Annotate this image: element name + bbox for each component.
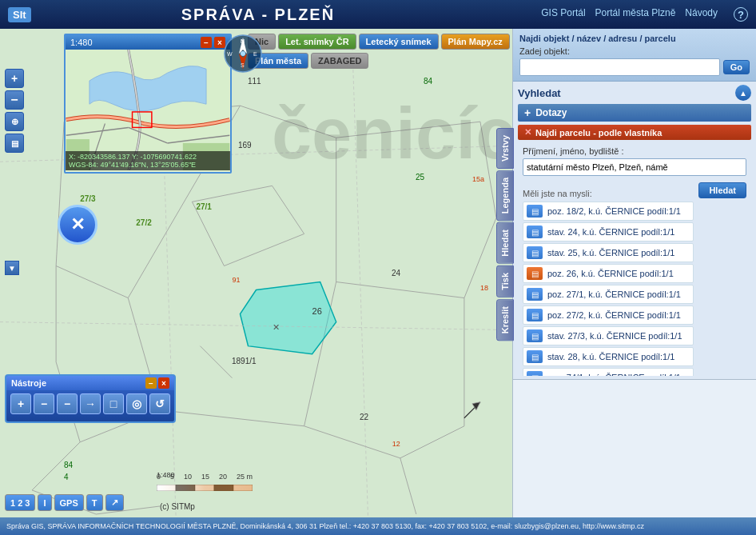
app-title: SPRÁVA - PLZEŇ	[0, 6, 541, 24]
bottom-btn-t[interactable]: T	[86, 494, 103, 511]
bottom-btn-arrow[interactable]: ↗	[105, 494, 124, 511]
zoom-in-btn[interactable]: +	[5, 69, 24, 88]
svg-line-7	[480, 122, 496, 218]
tab-legenda[interactable]: Legenda	[496, 170, 514, 221]
map-num-25: 25	[416, 173, 424, 182]
svg-text:15a: 15a	[472, 175, 484, 183]
result-item-0[interactable]: ▤poz. 18/2, k.ú. ČERNICE podíl:1/1	[523, 202, 694, 221]
result-item-1[interactable]: ▤stav. 24, k.ú. ČERNICE podíl:1/1	[523, 222, 694, 242]
owner-input[interactable]	[523, 158, 746, 176]
zoom-out-btn[interactable]: −	[5, 90, 24, 110]
tools-close[interactable]: ×	[158, 377, 169, 389]
search-panel-title: Najdi objekt / název / adresu / parcelu	[519, 34, 750, 43]
map-area[interactable]: 91 18 12 9 15a 27/3 27/2 27/1 26 ✕ čenic…	[0, 29, 512, 535]
go-button[interactable]: Go	[723, 60, 750, 74]
svg-line-9	[336, 282, 464, 298]
tab-hledat[interactable]: Hledat	[496, 222, 514, 264]
svg-text:27/1: 27/1	[196, 202, 212, 211]
svg-text:27/3: 27/3	[80, 194, 96, 203]
tool-add[interactable]: +	[10, 393, 31, 414]
tools-minimize[interactable]: −	[145, 377, 157, 389]
nav-portal-mesta[interactable]: Portál města Plzně	[595, 7, 676, 22]
search-area: Najdi objekt / název / adresu / parcelu …	[513, 29, 756, 82]
map-num-111: 111	[248, 77, 261, 86]
svg-text:✕: ✕	[273, 322, 280, 332]
tools-close-btns: − ×	[145, 377, 169, 389]
vyhledat-section: Vyhledat ▲ + Dotazy ✕ Najdi parcelu - po…	[513, 82, 756, 380]
scale-20: 20	[219, 473, 227, 481]
result-item-3[interactable]: ▤poz. 26, k.ú. ČERNICE podíl:1/1	[523, 264, 694, 283]
svg-text:N: N	[241, 38, 245, 44]
tools-title: Nástroje	[11, 378, 46, 388]
svg-line-17	[304, 426, 400, 458]
header: SIt SPRÁVA - PLZEŇ GIS Portál Portál měs…	[0, 0, 756, 29]
map-num-22: 22	[360, 413, 368, 421]
result-item-5[interactable]: ▤poz. 27/2, k.ú. ČERNICE podíl:1/1	[523, 305, 694, 325]
result-item-7[interactable]: ▤stav. 28, k.ú. ČERNICE podíl:1/1	[523, 347, 694, 366]
result-item-4[interactable]: ▤poz. 27/1, k.ú. ČERNICE podíl:1/1	[523, 285, 694, 304]
btn-letecke-snimky[interactable]: Let. snímky ČR	[278, 34, 356, 50]
map-toolbar-row1: Nic Let. snímky ČR Letecký snímek Plán M…	[248, 34, 510, 50]
bottom-toolbar: 1 2 3 I GPS T ↗	[5, 494, 124, 511]
tool-refresh[interactable]: ↺	[149, 393, 170, 414]
nav-gis-portal[interactable]: GIS Portál	[541, 7, 585, 22]
mini-map-minus[interactable]: −	[201, 37, 212, 48]
btn-zabaged[interactable]: ZABAGED	[311, 53, 368, 69]
map-toolbar-row2: Plán města ZABAGED	[248, 53, 510, 69]
svg-text:W: W	[227, 51, 233, 57]
najdi-x-icon: ✕	[524, 127, 531, 138]
mysli-title: Měli jste na mysli:	[523, 189, 694, 198]
vyhledat-toggle[interactable]: ▲	[735, 85, 751, 101]
tab-vrstvy[interactable]: Vrstvy	[496, 128, 514, 169]
btn-letecky-snimek[interactable]: Letecký snímek	[359, 34, 439, 50]
svg-line-3	[56, 122, 64, 266]
tab-tisk[interactable]: Tisk	[496, 266, 514, 297]
bottom-btn-i[interactable]: I	[38, 494, 51, 511]
help-icon[interactable]: ?	[734, 7, 748, 22]
result-text-0: poz. 18/2, k.ú. ČERNICE podíl:1/1	[547, 206, 681, 216]
nav-down[interactable]: ▼	[5, 261, 19, 275]
svg-marker-31	[472, 402, 480, 410]
svg-line-28	[400, 458, 416, 514]
map-num-24: 24	[392, 269, 400, 277]
svg-text:S: S	[241, 62, 245, 68]
tool-minus[interactable]: −	[34, 393, 54, 414]
svg-line-23	[192, 202, 224, 266]
nav-navody[interactable]: Návody	[685, 7, 718, 22]
nav-arrows: ▲ ◄ ○ ► ▼	[5, 261, 45, 301]
map-overlay-text: čenicích	[272, 93, 512, 175]
tool-minus2[interactable]: −	[57, 393, 78, 414]
pan-btn[interactable]: ⊕	[5, 112, 24, 131]
svg-line-29	[200, 346, 232, 378]
tool-arrow[interactable]: →	[80, 393, 101, 414]
svg-text:12: 12	[392, 440, 400, 448]
result-item-2[interactable]: ▤stav. 25, k.ú. ČERNICE podíl:1/1	[523, 243, 694, 262]
result-item-6[interactable]: ▤stav. 27/3, k.ú. ČERNICE podíl:1/1	[523, 326, 694, 345]
najdi-parcelu-row[interactable]: ✕ Najdi parcelu - podle vlastníka	[518, 125, 751, 140]
tool-select[interactable]: □	[103, 393, 124, 414]
result-item-8[interactable]: ▤poz. 74/1, k.ú. ČERNICE podíl:1/1	[523, 368, 694, 376]
results-list: ▤poz. 18/2, k.ú. ČERNICE podíl:1/1▤stav.…	[523, 202, 694, 376]
tab-kreslit[interactable]: Kreslit	[496, 299, 514, 341]
svg-line-12	[160, 410, 304, 426]
result-icon-5: ▤	[527, 309, 543, 321]
tool-target[interactable]: ◎	[126, 393, 147, 414]
result-icon-7: ▤	[527, 350, 543, 363]
svg-text:91: 91	[232, 276, 240, 284]
search-input[interactable]	[519, 58, 720, 76]
map-num-169: 169	[238, 141, 252, 150]
bottom-btn-gps[interactable]: GPS	[54, 494, 84, 511]
map-num-84b: 84	[64, 461, 73, 469]
hledat-button[interactable]: Hledat	[698, 182, 746, 198]
select-btn[interactable]: ▤	[5, 134, 24, 153]
svg-line-25	[32, 442, 80, 490]
dotazy-row[interactable]: + Dotazy	[518, 104, 751, 122]
mini-map-header: 1:480 − ×	[66, 35, 230, 50]
cancel-button[interactable]: ✕	[58, 205, 97, 245]
btn-plan-mapy[interactable]: Plán Mapy.cz	[441, 34, 510, 50]
main-container: 91 18 12 9 15a 27/3 27/2 27/1 26 ✕ čenic…	[0, 29, 756, 535]
dotazy-plus: +	[524, 106, 531, 119]
result-icon-3: ▤	[527, 267, 543, 280]
nav-links: GIS Portál Portál města Plzně Návody ?	[541, 7, 748, 22]
bottom-btn-123[interactable]: 1 2 3	[5, 494, 35, 511]
